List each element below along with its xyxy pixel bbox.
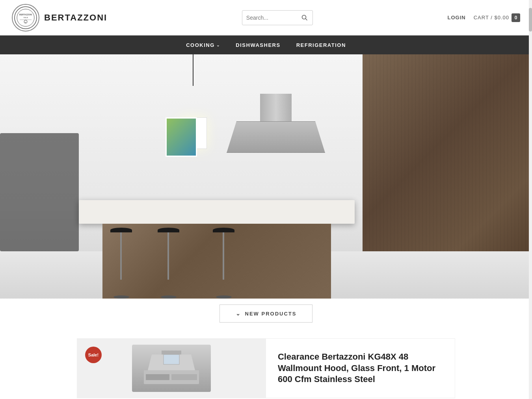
sale-badge: Sale!: [85, 347, 102, 363]
header-right: LOGIN CART / $0.00 0: [448, 13, 520, 22]
scrollbar[interactable]: [529, 0, 532, 399]
island-countertop: [79, 200, 355, 224]
header-left: BERTAZZONI ITALIA ★ BERTAZZONI: [12, 4, 107, 32]
svg-text:ITALIA: ITALIA: [23, 17, 28, 19]
nav-refrigeration-label: REFRIGERATION: [296, 42, 346, 48]
svg-text:★: ★: [25, 21, 26, 23]
scroll-thumb[interactable]: [529, 8, 532, 32]
hero-banner: [0, 54, 532, 299]
nav-item-cooking[interactable]: COOKING ⌄: [186, 42, 220, 48]
cart-area[interactable]: CART / $0.00 0: [474, 13, 520, 22]
products-section: Sale! Clearance Bertazzoni KG48X 48 Wall…: [0, 330, 532, 399]
svg-rect-13: [146, 374, 169, 380]
lamp-wire: [193, 54, 193, 86]
svg-rect-12: [164, 354, 179, 364]
bar-stool-2: [158, 228, 181, 299]
nav-cooking-label: COOKING: [186, 42, 215, 48]
login-link[interactable]: LOGIN: [448, 15, 466, 20]
search-icon: [301, 15, 308, 21]
chevron-icon: ⌄: [236, 310, 241, 317]
chevron-down-icon: ⌄: [216, 43, 220, 47]
svg-rect-14: [171, 374, 197, 380]
svg-text:BERTAZZONI: BERTAZZONI: [19, 13, 32, 16]
nav-bar: COOKING ⌄ DISHWASHERS REFRIGERATION: [0, 35, 532, 54]
range-hood: [221, 94, 331, 153]
product-image-svg: [140, 351, 203, 386]
wall-artwork: [166, 117, 197, 157]
new-products-button[interactable]: ⌄ NEW PRODUCTS: [219, 304, 313, 323]
product-image-area: Sale!: [77, 339, 266, 398]
nav-item-refrigeration[interactable]: REFRIGERATION: [296, 42, 346, 48]
new-products-label: NEW PRODUCTS: [245, 311, 297, 317]
nav-item-dishwashers[interactable]: DISHWASHERS: [236, 42, 280, 48]
svg-rect-11: [162, 351, 181, 354]
search-input[interactable]: [242, 12, 298, 23]
kitchen-island: [79, 180, 355, 299]
search-bar[interactable]: [242, 10, 313, 25]
product-thumbnail: [132, 345, 211, 392]
cart-badge: 0: [512, 13, 520, 22]
brand-name-text: BERTAZZONI: [44, 13, 107, 23]
hood-duct: [260, 94, 292, 121]
svg-line-8: [305, 19, 307, 20]
product-card[interactable]: Sale! Clearance Bertazzoni KG48X 48 Wall…: [77, 338, 455, 398]
bar-stool-3: [213, 228, 236, 299]
bar-stool-1: [110, 228, 134, 299]
search-button[interactable]: [298, 12, 312, 23]
new-products-section: ⌄ NEW PRODUCTS: [0, 299, 532, 330]
svg-point-7: [302, 15, 306, 19]
cart-text: CART / $0.00: [474, 15, 509, 20]
product-title: Clearance Bertazzoni KG48X 48 Wallmount …: [278, 351, 443, 385]
hood-body: [227, 121, 325, 153]
product-info: Clearance Bertazzoni KG48X 48 Wallmount …: [266, 339, 455, 398]
brand-logo[interactable]: BERTAZZONI ITALIA ★: [12, 4, 39, 32]
nav-dishwashers-label: DISHWASHERS: [236, 42, 280, 48]
site-header: BERTAZZONI ITALIA ★ BERTAZZONI LOGIN CAR…: [0, 0, 532, 35]
couch-area: [0, 133, 79, 251]
